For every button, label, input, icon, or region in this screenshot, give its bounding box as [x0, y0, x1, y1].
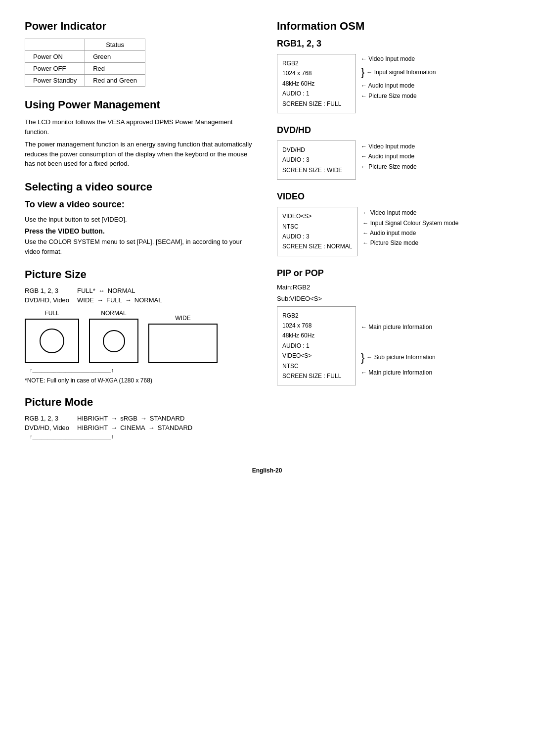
- dvd-box-line: AUDIO : 3: [282, 155, 351, 165]
- picture-mode-cycle-row: RGB 1, 2, 3HIBRIGHT→sRGB→STANDARD: [25, 415, 257, 422]
- video-arrow-line: ← Picture Size mode: [362, 238, 458, 248]
- power-status: Red and Green: [85, 75, 145, 87]
- dvdhd-box: DVD/HDAUDIO : 3SCREEN SIZE : WIDE: [277, 141, 356, 180]
- cycle-item: →: [97, 296, 103, 304]
- picture-mode-section: RGB 1, 2, 3HIBRIGHT→sRGB→STANDARDDVD/HD,…: [25, 415, 257, 439]
- cycle-label: RGB 1, 2, 3: [25, 287, 74, 294]
- cycle-item: WIDE: [77, 296, 94, 304]
- left-column: Power Indicator Status Power ONGreenPowe…: [25, 20, 257, 447]
- pip-main-text2: ← Main picture Information: [361, 368, 432, 378]
- picture-mode-cycle-arrow: ↑__________________________↑: [25, 433, 257, 439]
- pm-item: HIBRIGHT: [77, 415, 108, 422]
- cycle-label: DVD/HD, Video: [25, 296, 74, 304]
- pm-cycle-arrow-symbol: ↑__________________________↑: [30, 433, 114, 439]
- osm-box-line: AUDIO : 1: [282, 89, 351, 98]
- video-box: VIDEO<S>NTSCAUDIO : 3SCREEN SIZE : NORMA…: [277, 207, 357, 256]
- osm-box-line: 1024 x 768: [282, 68, 351, 78]
- diagram-normal-circle: [103, 330, 125, 352]
- dvd-arrow-line: ← Audio input mode: [361, 151, 417, 161]
- pip-box-line: VIDEO<S>: [282, 351, 351, 361]
- pm-item: STANDARD: [150, 415, 185, 422]
- pm-item: CINEMA: [120, 424, 145, 431]
- diagram-wide: WIDE: [148, 315, 218, 363]
- using-power-title: Using Power Management: [25, 98, 257, 111]
- diagram-normal: NORMAL: [89, 310, 138, 363]
- footer-text: English-20: [252, 467, 282, 474]
- pip-box-line: NTSC: [282, 361, 351, 371]
- power-label: Power ON: [25, 51, 85, 63]
- dvd-arrow-line: ← Picture Size mode: [361, 162, 417, 172]
- pip-main-text1: ← Main picture Information: [361, 322, 432, 332]
- rgb-arrow-line4: ← Picture Size mode: [361, 91, 436, 101]
- power-label: Power OFF: [25, 63, 85, 75]
- picture-mode-title: Picture Mode: [25, 396, 257, 409]
- rgb123-title: RGB1, 2, 3: [277, 39, 509, 49]
- pm-item: STANDARD: [158, 424, 193, 431]
- pip-box-line: SCREEN SIZE : FULL: [282, 371, 351, 381]
- to-view-body2: Use the COLOR SYSTEM menu to set [PAL], …: [25, 237, 257, 256]
- picture-size-cycle-row: RGB 1, 2, 3FULL*↔NORMAL: [25, 287, 257, 294]
- rgb123-box: RGB21024 x 76848kHz 60HzAUDIO : 1SCREEN …: [277, 54, 356, 113]
- power-indicator-title: Power Indicator: [25, 20, 257, 33]
- diagram-full-circle: [40, 329, 64, 353]
- cycle-item: →: [125, 296, 132, 304]
- table-status-header: Status: [85, 39, 145, 51]
- diagram-full: FULL: [25, 310, 79, 363]
- picture-mode-cycle-row: DVD/HD, VideoHIBRIGHT→CINEMA→STANDARD: [25, 424, 257, 431]
- picture-size-note: *NOTE: Full only in case of W-XGA (1280 …: [25, 377, 257, 384]
- table-row: Power StandbyRed and Green: [25, 75, 145, 87]
- power-status: Green: [85, 51, 145, 63]
- pm-item: →: [111, 415, 117, 422]
- using-power-para2: The power management function is an ener…: [25, 140, 257, 169]
- to-view-body1: Use the input button to set [VIDEO].: [25, 215, 257, 225]
- cycle-item: FULL: [106, 296, 122, 304]
- rgb123-box-row: RGB21024 x 76848kHz 60HzAUDIO : 1SCREEN …: [277, 54, 509, 113]
- video-box-line: AUDIO : 3: [282, 232, 352, 241]
- video-box-line: SCREEN SIZE : NORMAL: [282, 241, 352, 251]
- pip-box-line: 1024 x 768: [282, 321, 351, 331]
- cycle-item: NORMAL: [134, 296, 162, 304]
- video-arrow-line: ← Input Signal Colour System mode: [362, 218, 458, 228]
- picture-size-section: RGB 1, 2, 3FULL*↔NORMALDVD/HD, VideoWIDE…: [25, 287, 257, 384]
- table-empty-header: [25, 39, 85, 51]
- pip-sub-text: Sub:VIDEO<S>: [277, 295, 509, 302]
- osm-box-line: SCREEN SIZE : FULL: [282, 99, 351, 109]
- dvd-box-line: DVD/HD: [282, 145, 351, 155]
- right-column: Information OSM RGB1, 2, 3 RGB21024 x 76…: [277, 20, 509, 447]
- diagram-full-box: [25, 319, 79, 363]
- pm-items: HIBRIGHT→sRGB→STANDARD: [77, 415, 184, 422]
- video-box-line: VIDEO<S>: [282, 211, 352, 221]
- table-row: Power ONGreen: [25, 51, 145, 63]
- picture-size-cycle-row: DVD/HD, VideoWIDE→FULL→NORMAL: [25, 296, 257, 304]
- cycle-arrow-below: ↑__________________________↑: [25, 367, 257, 373]
- osm-box-line: 48kHz 60Hz: [282, 79, 351, 89]
- pip-box-row: RGB21024 x 76848kHz 60HzAUDIO : 1VIDEO<S…: [277, 306, 509, 386]
- rgb-arrow-line1: ← Video Input mode: [361, 54, 436, 64]
- selecting-video-title: Selecting a video source: [25, 181, 257, 193]
- video-arrow-line: ← Audio input mode: [362, 228, 458, 238]
- rgb-bracket-group: } ← Input signal Information: [361, 64, 436, 81]
- pm-label: RGB 1, 2, 3: [25, 415, 74, 422]
- cycle-items: FULL*↔NORMAL: [77, 287, 135, 294]
- diagram-full-label: FULL: [44, 310, 59, 317]
- power-status: Red: [85, 63, 145, 75]
- dvdhd-arrows: ← Video Input mode← Audio input mode← Pi…: [361, 141, 417, 172]
- video-title: VIDEO: [277, 191, 509, 202]
- pip-box: RGB21024 x 76848kHz 60HzAUDIO : 1VIDEO<S…: [277, 306, 356, 386]
- rgb123-arrows: ← Video Input mode } ← Input signal Info…: [361, 54, 436, 101]
- pip-pop-title: PIP or POP: [277, 268, 509, 279]
- cycle-item: FULL*: [77, 287, 95, 294]
- pip-main-arrow1: ← Main picture Information: [361, 307, 436, 348]
- osm-box-line: RGB2: [282, 58, 351, 68]
- pm-item: →: [148, 424, 155, 431]
- using-power-para1: The LCD monitor follows the VESA approve…: [25, 117, 257, 137]
- diagram-normal-label: NORMAL: [101, 310, 126, 317]
- video-section: VIDEO VIDEO<S>NTSCAUDIO : 3SCREEN SIZE :…: [277, 191, 509, 256]
- video-box-line: NTSC: [282, 222, 352, 232]
- pip-pop-section: PIP or POP Main:RGB2 Sub:VIDEO<S> RGB210…: [277, 268, 509, 386]
- pm-item: →: [111, 424, 117, 431]
- dvdhd-box-row: DVD/HDAUDIO : 3SCREEN SIZE : WIDE ← Vide…: [277, 141, 509, 180]
- dvd-box-line: SCREEN SIZE : WIDE: [282, 165, 351, 175]
- video-box-row: VIDEO<S>NTSCAUDIO : 3SCREEN SIZE : NORMA…: [277, 207, 509, 256]
- rgb-arrow-line3: ← Audio input mode: [361, 81, 436, 91]
